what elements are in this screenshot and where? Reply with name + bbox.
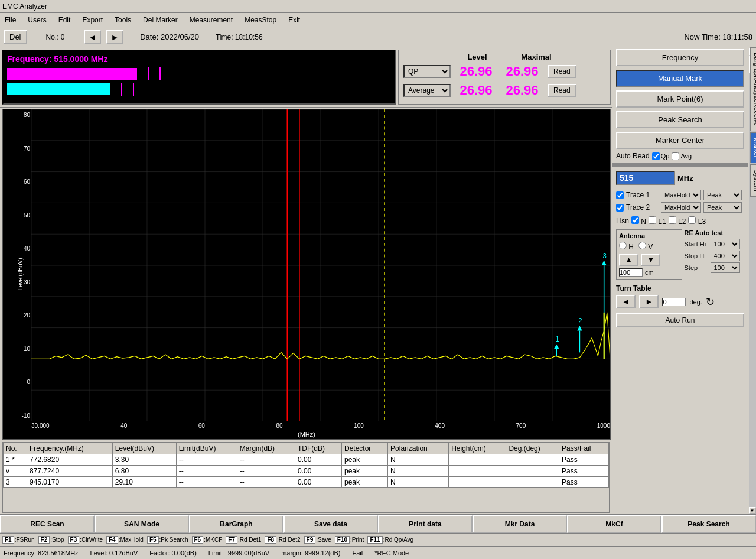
hotkey-f4[interactable]: F4:MaxHold <box>106 537 144 543</box>
stop-hi-select[interactable]: 400 500 <box>711 251 740 261</box>
avg-maximal-value: 26.96 <box>501 83 543 98</box>
menu-tools[interactable]: Tools <box>112 15 133 25</box>
prev-button[interactable]: ◄ <box>84 30 102 44</box>
cm-row: cm <box>619 268 679 277</box>
hotkey-f2[interactable]: F2:Stop <box>38 537 64 543</box>
menu-measurement[interactable]: Measurement <box>187 15 235 25</box>
read-qp-button[interactable]: Read <box>548 65 576 78</box>
system-tab[interactable]: System <box>750 164 756 197</box>
menu-del-marker[interactable]: Del Marker <box>141 15 180 25</box>
save-data-button[interactable]: Save data <box>284 515 378 533</box>
lisn-l3[interactable] <box>688 216 696 224</box>
freq-input-row: MHz <box>612 168 748 187</box>
antenna-up-button[interactable]: ▲ <box>619 254 638 266</box>
marker-center-button[interactable]: Marker Center <box>616 132 744 149</box>
col-limit: Limit(dBuV) <box>176 443 237 454</box>
trace2-checkbox[interactable] <box>616 204 624 212</box>
re-autotest-section: RE Auto test Start Hi 100 200 Stop Hi 40… <box>685 229 745 280</box>
mark-point-button[interactable]: Mark Point(6) <box>616 90 744 108</box>
antenna-v-radio[interactable] <box>638 242 646 249</box>
san-mode-button[interactable]: SAN Mode <box>94 515 189 533</box>
detector-avg-select[interactable]: Average QP Peak <box>403 84 451 97</box>
detector-qp-select[interactable]: QP Peak Average <box>403 65 451 78</box>
scroll-down-button[interactable]: ▼ <box>749 507 756 514</box>
table-row[interactable]: v877.72406.80----0.00peakNPass <box>4 466 609 477</box>
qp-maximal-value: 26.96 <box>501 64 543 79</box>
arrow-row: ▲ ▼ <box>619 254 679 266</box>
stop-hi-label: Stop Hi <box>685 252 708 259</box>
menu-meas-stop[interactable]: MeasStop <box>242 15 279 25</box>
spectrum-chart: 80 70 60 50 40 30 20 10 0 -10 Level(dBuV… <box>2 109 611 440</box>
col-detector: Detector <box>341 443 387 454</box>
step-select[interactable]: 100 50 <box>711 262 740 273</box>
maximal-header: Maximal <box>516 53 557 61</box>
antenna-cm-input[interactable] <box>619 268 643 277</box>
menu-export[interactable]: Export <box>80 15 105 25</box>
auto-read-qp-checkbox[interactable] <box>652 152 660 160</box>
antenna-h-radio[interactable] <box>619 242 627 249</box>
read-avg-button[interactable]: Read <box>548 84 576 97</box>
menu-file[interactable]: File <box>2 15 18 25</box>
mkr-data-button[interactable]: Mkr Data <box>472 515 567 533</box>
divider-1 <box>612 162 748 167</box>
date-label: Date: 2022/06/20 <box>140 32 199 41</box>
bargraph-button[interactable]: BarGraph <box>189 515 284 533</box>
next-button[interactable]: ► <box>106 30 123 44</box>
menu-exit[interactable]: Exit <box>286 15 302 25</box>
auto-read-avg-label[interactable]: Avg <box>672 152 692 160</box>
freq-input-field[interactable] <box>616 171 675 185</box>
status-bar: Frequency: 823.5618MHz Level: 0.12dBuV F… <box>0 546 756 559</box>
re-title: RE Auto test <box>685 229 745 236</box>
status-freq: Frequency: 823.5618MHz <box>4 550 79 557</box>
auto-run-button[interactable]: Auto Run <box>616 313 744 327</box>
svg-marker-29 <box>577 326 582 331</box>
lisn-n[interactable] <box>631 216 639 224</box>
col-polarization: Polarization <box>388 443 449 454</box>
lisn-l2[interactable] <box>669 216 676 224</box>
trace2-mode-select[interactable]: MaxHold Clear <box>661 202 701 213</box>
peak-search-bottom-button[interactable]: Peak Search <box>662 515 756 533</box>
data-table: No. Frequency.(MHz) Level(dBuV) Limit(dB… <box>2 442 610 513</box>
menu-edit[interactable]: Edit <box>56 15 73 25</box>
lisn-l1[interactable] <box>649 216 656 224</box>
marker-tab[interactable]: Marker <box>750 132 756 163</box>
menu-bar: File Users Edit Export Tools Del Marker … <box>0 13 756 27</box>
hotkey-f11[interactable]: F11:Rd Qp/Avg <box>367 537 413 543</box>
hotkey-f3[interactable]: F3:ClrWrite <box>68 537 103 543</box>
y-label-0: 0 <box>4 379 30 385</box>
turn-table-deg-input[interactable] <box>662 298 686 306</box>
turn-table-left[interactable]: ◄ <box>616 295 636 308</box>
hotkey-f9[interactable]: F9:Save <box>304 537 331 543</box>
auto-read-label: Auto Read <box>616 152 650 160</box>
start-hi-select[interactable]: 100 200 <box>711 239 740 249</box>
menu-users[interactable]: Users <box>25 15 48 25</box>
peak-search-button[interactable]: Peak Search <box>616 111 744 128</box>
trace2-detector-select[interactable]: Peak QP Average <box>703 202 742 213</box>
frequency-button[interactable]: Frequency <box>616 49 744 66</box>
bargraph-analyze-tab[interactable]: BargraphAnalyzeReceive <box>750 47 756 131</box>
auto-read-qp-label[interactable]: Qp <box>652 152 670 160</box>
trace1-mode-select[interactable]: MaxHold Clear <box>661 190 701 200</box>
hotkey-f10[interactable]: F10:Print <box>335 537 364 543</box>
hotkey-f6[interactable]: F6:MKCF <box>192 537 223 543</box>
hotkey-f8[interactable]: F8:Rd Det2 <box>265 537 300 543</box>
col-freq: Frequency.(MHz) <box>27 443 113 454</box>
table-row[interactable]: 3945.017029.10----0.00peakNPass <box>4 477 609 488</box>
trace1-detector-select[interactable]: Peak QP Average <box>703 190 742 200</box>
del-button[interactable]: Del <box>4 30 27 44</box>
mkcf-button[interactable]: MkCf <box>567 515 662 533</box>
antenna-down-button[interactable]: ▼ <box>641 254 660 266</box>
hotkey-f7[interactable]: F7:Rd Det1 <box>226 537 261 543</box>
lisn-row: Lisn N L1 L2 L3 <box>612 215 748 227</box>
hotkey-f5[interactable]: F5:Pk Search <box>147 537 188 543</box>
trace1-checkbox[interactable] <box>616 191 624 199</box>
now-time-label: Now Time: 18:11:58 <box>684 32 752 41</box>
rec-scan-button[interactable]: REC Scan <box>0 515 94 533</box>
print-data-button[interactable]: Print data <box>378 515 472 533</box>
hotkey-f1[interactable]: F1:FSRun <box>2 537 35 543</box>
manual-mark-button[interactable]: Manual Mark <box>616 70 744 87</box>
trace-controls: Trace 1 MaxHold Clear Peak QP Average Tr… <box>612 187 748 215</box>
table-row[interactable]: 1 *772.68203.30----0.00peakNPass <box>4 454 609 466</box>
auto-read-avg-checkbox[interactable] <box>672 152 679 160</box>
turn-table-right[interactable]: ► <box>639 295 659 308</box>
